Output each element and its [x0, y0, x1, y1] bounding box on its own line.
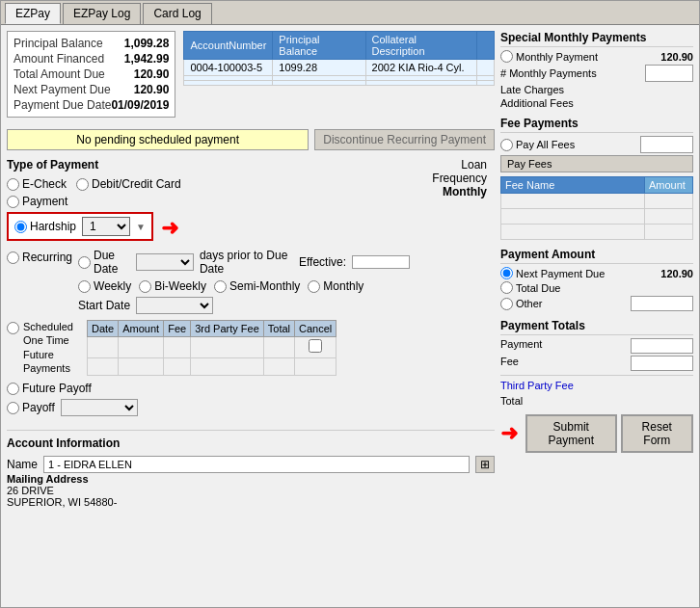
fee-row-3 [501, 225, 693, 240]
recurring-radio-item[interactable]: Recurring [7, 251, 72, 264]
echeck-radio[interactable] [7, 178, 19, 191]
scheduled-inner: ScheduledOne TimeFuturePayments Date Amo… [7, 320, 410, 376]
main-content: Principal Balance 1,099.28 Amount Financ… [1, 25, 699, 514]
scheduled-radio-item[interactable] [7, 322, 19, 334]
debit-radio-item[interactable]: Debit/Credit Card [76, 177, 181, 191]
tab-ezpay-log[interactable]: EZPay Log [63, 3, 141, 24]
payment-radio[interactable] [7, 196, 19, 208]
principal-balance-value: 1,099.28 [124, 37, 170, 50]
echeck-radio-item[interactable]: E-Check [7, 177, 67, 191]
sched-col-3rdparty: 3rd Party Fee [191, 321, 264, 337]
payoff-label: Payoff [22, 401, 55, 414]
sched-cancel-1[interactable] [295, 337, 337, 358]
scheduled-radio[interactable] [7, 322, 19, 334]
pay-all-fees-radio-item[interactable]: Pay All Fees [500, 139, 575, 151]
fee-row-2 [501, 209, 693, 225]
recurring-radio[interactable] [7, 251, 19, 264]
other-radio[interactable] [500, 298, 513, 310]
payoff-select[interactable] [61, 399, 138, 416]
payoff-radio[interactable] [7, 402, 19, 414]
semimonthly-radio[interactable] [214, 280, 227, 293]
num-payments-input[interactable] [645, 65, 693, 82]
semimonthly-radio-item[interactable]: Semi-Monthly [214, 279, 300, 293]
monthly-payment-radio-item[interactable]: Monthly Payment [500, 50, 598, 63]
col-principal-balance[interactable]: Principal Balance [273, 32, 365, 60]
summary-row-next-payment: Next Payment Due 120.90 [13, 82, 169, 97]
scheduled-label: ScheduledOne TimeFuturePayments [23, 320, 81, 375]
sched-fee-1 [164, 337, 191, 358]
biweekly-label: Bi-Weekly [154, 279, 206, 293]
account-row[interactable]: 0004-100003-5 1099.28 2002 KIA Rio-4 Cyl… [184, 60, 495, 76]
tab-card-log[interactable]: Card Log [143, 3, 211, 24]
monthly-radio[interactable] [308, 280, 320, 293]
due-date-select[interactable] [136, 253, 194, 271]
name-input[interactable] [43, 456, 470, 473]
effective-input[interactable] [352, 255, 410, 269]
principal-balance-label: Principal Balance [13, 37, 103, 50]
totals-separator [500, 375, 693, 376]
pay-all-fees-input[interactable] [640, 136, 693, 153]
total-due-row: Total Due [500, 281, 693, 294]
payment-type-title: Type of Payment [7, 158, 410, 172]
due-date-radio-item[interactable]: Due Date [78, 249, 130, 276]
monthly-radio-item[interactable]: Monthly [308, 279, 363, 293]
pay-fees-button[interactable]: Pay Fees [500, 155, 693, 172]
totals-fee-input[interactable] [631, 356, 693, 371]
next-payment-due-radio-item[interactable]: Next Payment Due [500, 267, 605, 279]
totals-payment-input[interactable] [631, 338, 693, 354]
address-line1: 26 DRIVE [7, 485, 495, 496]
payment-radio-item[interactable]: Payment [7, 195, 67, 208]
start-date-select[interactable] [136, 297, 213, 314]
effective-label: Effective: [299, 255, 346, 269]
monthly-payment-value: 120.90 [660, 51, 693, 63]
weekly-radio[interactable] [78, 280, 91, 293]
sched-table-wrap: Date Amount Fee 3rd Party Fee Total Canc… [87, 320, 410, 376]
next-payment-value: 120.90 [134, 83, 170, 96]
tab-ezpay[interactable]: EZPay [5, 3, 61, 24]
sched-row-1 [88, 337, 337, 358]
pay-all-fees-radio[interactable] [500, 139, 513, 151]
total-label: Total [500, 395, 693, 407]
additional-fees-label: Additional Fees [500, 97, 574, 109]
hardship-radio-item[interactable]: Hardship [14, 220, 76, 233]
total-due-label: Total Due [516, 282, 560, 294]
fee-table: Fee Name Amount [500, 176, 693, 240]
hardship-border-box: Hardship 1 ▼ [7, 212, 153, 241]
future-payoff-radio[interactable] [7, 383, 19, 395]
total-due-radio-item[interactable]: Total Due [500, 281, 560, 294]
other-radio-item[interactable]: Other [500, 298, 543, 310]
cancel-checkbox-1[interactable] [309, 339, 322, 353]
biweekly-radio-item[interactable]: Bi-Weekly [139, 279, 206, 293]
debit-radio[interactable] [76, 178, 89, 191]
late-charges-label: Late Charges [500, 84, 564, 95]
due-date-radio[interactable] [78, 256, 91, 269]
totals-payment-row: Payment [500, 338, 693, 354]
echeck-label: E-Check [22, 177, 67, 191]
next-payment-due-radio[interactable] [500, 267, 513, 279]
payoff-radio-item[interactable]: Payoff [7, 401, 55, 414]
reset-form-button[interactable]: Reset Form [621, 414, 693, 453]
future-payoff-radio-item[interactable]: Future Payoff [7, 382, 92, 395]
submit-payment-button[interactable]: Submit Payment [525, 414, 617, 453]
total-due-radio[interactable] [500, 281, 513, 294]
start-date-row: Start Date [78, 297, 410, 314]
col-account-number[interactable]: AccountNumber [184, 32, 273, 60]
grid-icon[interactable]: ⊞ [475, 456, 495, 473]
late-charges-row: Late Charges [500, 84, 693, 95]
hardship-select[interactable]: 1 [82, 217, 130, 236]
biweekly-radio[interactable] [139, 280, 151, 293]
sched-col-fee: Fee [164, 321, 191, 337]
weekly-radio-item[interactable]: Weekly [78, 279, 131, 293]
monthly-payment-row: Monthly Payment 120.90 [500, 50, 693, 63]
monthly-payment-radio[interactable] [500, 50, 513, 63]
other-input[interactable] [631, 296, 693, 311]
payment-radio-row: Payment [7, 195, 410, 208]
account-number-cell: 0004-100003-5 [184, 60, 273, 76]
loan-frequency: Loan Frequency Monthly [410, 158, 487, 198]
fee-amount-col[interactable]: Amount [645, 177, 693, 194]
col-extra [477, 32, 495, 60]
recurring-label: Recurring [22, 251, 72, 264]
discontinue-button[interactable]: Discontinue Recurring Payment [314, 129, 495, 150]
hardship-radio[interactable] [14, 221, 27, 233]
col-collateral[interactable]: Collateral Description [365, 32, 476, 60]
